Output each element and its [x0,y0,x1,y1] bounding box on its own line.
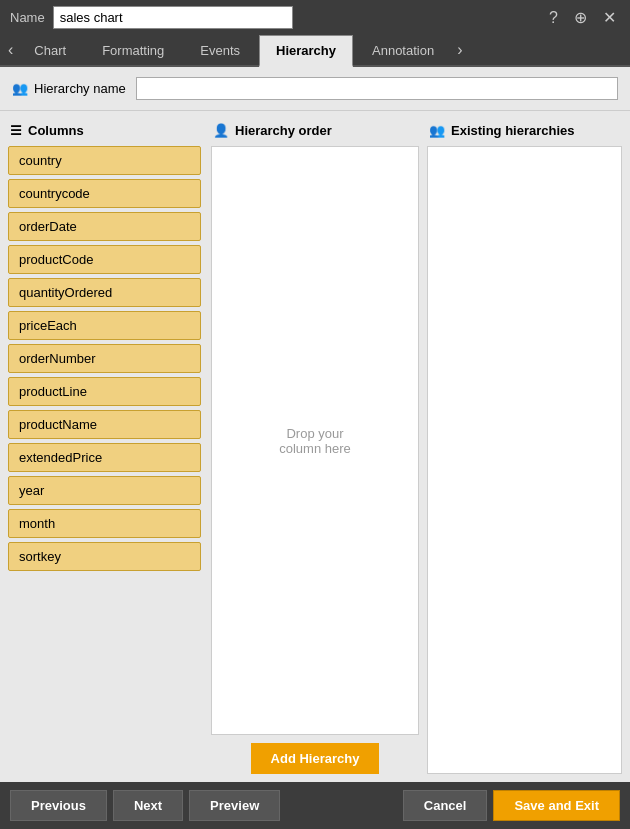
column-item[interactable]: country [8,146,201,175]
hierarchy-order-header: 👤 Hierarchy order [211,119,419,146]
tabs-bar: ‹ Chart Formatting Events Hierarchy Anno… [0,35,630,67]
drop-hint: Drop yourcolumn here [279,426,351,456]
column-item[interactable]: productLine [8,377,201,406]
column-item[interactable]: sortkey [8,542,201,571]
column-item[interactable]: priceEach [8,311,201,340]
tab-formatting[interactable]: Formatting [85,35,181,65]
column-item[interactable]: productName [8,410,201,439]
columns-panel-header: ☰ Columns [8,119,203,146]
columns-icon: ☰ [10,123,22,138]
title-bar: Name ? ⊕ ✕ [0,0,630,35]
column-item[interactable]: orderDate [8,212,201,241]
main-content: 👥 Hierarchy name ☰ Columns countrycountr… [0,67,630,782]
tab-events[interactable]: Events [183,35,257,65]
columns-panel: ☰ Columns countrycountrycodeorderDatepro… [8,119,203,774]
close-button[interactable]: ✕ [599,6,620,29]
preview-button[interactable]: Preview [189,790,280,821]
hierarchy-name-label: 👥 Hierarchy name [12,81,126,96]
cancel-button[interactable]: Cancel [403,790,488,821]
existing-hierarchies-label: Existing hierarchies [451,123,575,138]
name-input[interactable] [53,6,293,29]
tab-chart[interactable]: Chart [17,35,83,65]
existing-hierarchies-list [427,146,622,774]
column-item[interactable]: quantityOrdered [8,278,201,307]
column-item[interactable]: extendedPrice [8,443,201,472]
tab-scroll-right[interactable]: › [453,35,466,65]
tab-hierarchy[interactable]: Hierarchy [259,35,353,67]
hierarchy-name-input[interactable] [136,77,618,100]
move-button[interactable]: ⊕ [570,6,591,29]
next-button[interactable]: Next [113,790,183,821]
column-item[interactable]: year [8,476,201,505]
columns-list: countrycountrycodeorderDateproductCodequ… [8,146,203,774]
column-item[interactable]: countrycode [8,179,201,208]
columns-label: Columns [28,123,84,138]
column-item[interactable]: orderNumber [8,344,201,373]
existing-hierarchies-header: 👥 Existing hierarchies [427,119,622,146]
hierarchy-order-panel: 👤 Hierarchy order Drop yourcolumn here A… [211,119,419,774]
add-hierarchy-button[interactable]: Add Hierarchy [251,743,380,774]
name-label: Name [10,10,45,25]
previous-button[interactable]: Previous [10,790,107,821]
hierarchy-name-icon: 👥 [12,81,28,96]
tab-scroll-left[interactable]: ‹ [4,35,17,65]
hierarchy-order-icon: 👤 [213,123,229,138]
hierarchy-name-row: 👥 Hierarchy name [0,67,630,111]
hierarchy-drop-area[interactable]: Drop yourcolumn here [211,146,419,735]
hierarchy-order-label: Hierarchy order [235,123,332,138]
existing-hierarchies-icon: 👥 [429,123,445,138]
column-item[interactable]: productCode [8,245,201,274]
tab-annotation[interactable]: Annotation [355,35,451,65]
save-exit-button[interactable]: Save and Exit [493,790,620,821]
columns-area: ☰ Columns countrycountrycodeorderDatepro… [0,111,630,782]
main-window: Name ? ⊕ ✕ ‹ Chart Formatting Events Hie… [0,0,630,829]
existing-hierarchies-panel: 👥 Existing hierarchies [427,119,622,774]
column-item[interactable]: month [8,509,201,538]
help-button[interactable]: ? [545,7,562,29]
bottom-bar: Previous Next Preview Cancel Save and Ex… [0,782,630,829]
